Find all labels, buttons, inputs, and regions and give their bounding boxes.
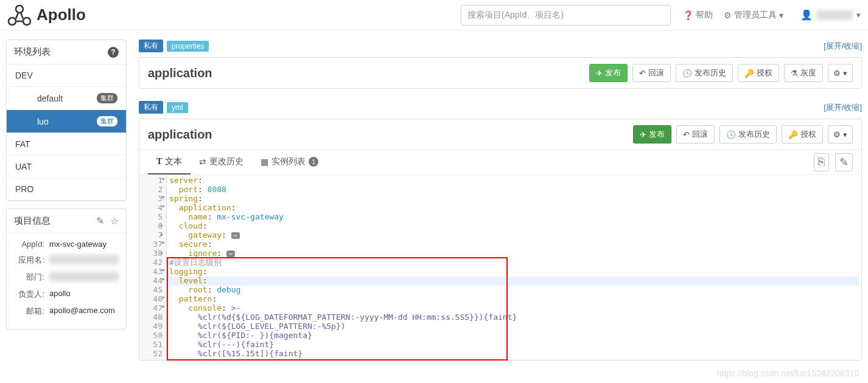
fold-icon[interactable] bbox=[161, 205, 165, 208]
fold-icon[interactable] bbox=[161, 306, 165, 308]
line-number: 1 bbox=[139, 176, 163, 185]
line-number: 37 bbox=[139, 240, 163, 249]
tag-type: yml bbox=[167, 102, 188, 113]
admin-tools-link[interactable]: ⚙ 管理员工具 ▾ bbox=[724, 10, 783, 21]
rollback-button[interactable]: ↶回滚 bbox=[632, 64, 671, 82]
key-icon: 🔑 bbox=[744, 69, 754, 78]
apollo-icon bbox=[7, 4, 32, 26]
fold-icon[interactable] bbox=[161, 269, 165, 272]
cluster-badge: 集群 bbox=[97, 116, 117, 126]
help-link[interactable]: ❓ 帮助 bbox=[683, 10, 713, 21]
tag-private: 私有 bbox=[139, 101, 163, 114]
folded-marker[interactable]: ⋯ bbox=[231, 232, 240, 240]
appid-label: AppId: bbox=[14, 240, 44, 249]
code-line[interactable]: name: mx-svc-gateway bbox=[169, 213, 859, 222]
fold-icon[interactable] bbox=[161, 196, 165, 199]
env-item-dev[interactable]: DEV bbox=[7, 64, 126, 87]
fold-icon[interactable] bbox=[161, 233, 165, 236]
auth-button[interactable]: 🔑授权 bbox=[738, 64, 779, 82]
publish-button[interactable]: ✈发布 bbox=[633, 125, 671, 143]
copy-icon[interactable]: ⎘ bbox=[814, 153, 829, 171]
code-line[interactable]: pattern: bbox=[169, 295, 859, 304]
fold-icon[interactable] bbox=[161, 297, 165, 299]
svg-point-0 bbox=[9, 18, 16, 25]
env-item-luo[interactable]: luo集群 bbox=[7, 110, 126, 133]
env-label: FAT bbox=[15, 139, 30, 149]
tab-text[interactable]: T文本 bbox=[148, 150, 191, 174]
settings-button[interactable]: ⚙▾ bbox=[828, 64, 853, 82]
env-label: PRO bbox=[15, 184, 33, 194]
chevron-down-icon: ▾ bbox=[843, 69, 847, 78]
tab-history[interactable]: ⇄更改历史 bbox=[191, 150, 252, 174]
list-icon: ▦ bbox=[261, 157, 268, 167]
code-line[interactable]: %clr(%d{${LOG_DATEFORMAT_PATTERN:-yyyy-M… bbox=[169, 313, 859, 322]
project-info-panel: 项目信息 ✎ ☆ AppId:mx-svc-gateway 应用名: 部门: 负… bbox=[6, 209, 127, 330]
namespace-properties: 私有 properties [展开/收缩] application ✈发布 ↶回… bbox=[139, 40, 862, 89]
code-line[interactable]: logging: bbox=[169, 267, 859, 277]
code-line[interactable]: port: 8088 bbox=[169, 185, 859, 195]
env-item-pro[interactable]: PRO bbox=[7, 178, 126, 201]
line-number: 42 bbox=[139, 258, 163, 267]
code-line[interactable]: %clr(${PID:- }){magenta} bbox=[169, 331, 859, 340]
publish-button[interactable]: ✈发布 bbox=[589, 64, 628, 82]
tab-instances[interactable]: ▦实例列表1 bbox=[252, 150, 327, 174]
send-icon: ✈ bbox=[596, 69, 603, 78]
code-line[interactable]: ignore: ⋯ bbox=[169, 249, 859, 258]
code-line[interactable]: spring: bbox=[169, 195, 859, 204]
chevron-down-icon: ▾ bbox=[856, 10, 861, 19]
line-number: 47 bbox=[139, 304, 163, 313]
history-icon: 🕓 bbox=[726, 130, 736, 139]
history-button[interactable]: 🕓发布历史 bbox=[676, 64, 733, 82]
cluster-badge: 集群 bbox=[97, 93, 117, 103]
help-icon[interactable]: ? bbox=[108, 47, 119, 58]
history-button[interactable]: 🕓发布历史 bbox=[719, 125, 777, 143]
code-line[interactable]: #设置日志级别 bbox=[169, 258, 859, 267]
fold-icon[interactable] bbox=[161, 278, 165, 281]
watermark: https://blog.csdn.net/luo15242208310 bbox=[716, 368, 859, 378]
settings-button[interactable]: ⚙▾ bbox=[828, 125, 853, 143]
code-line[interactable]: secure: bbox=[169, 240, 859, 249]
code-line[interactable]: level: bbox=[169, 277, 859, 286]
dept-label: 部门: bbox=[14, 272, 44, 283]
namespace-title: application bbox=[148, 128, 212, 142]
code-line[interactable]: server: bbox=[169, 176, 859, 185]
search-input[interactable]: 搜索项目(AppId、项目名) bbox=[461, 5, 671, 26]
yaml-editor[interactable]: 123456737384243444546474849505152 server… bbox=[139, 175, 861, 360]
folded-marker[interactable]: ⋯ bbox=[226, 250, 235, 258]
edit-icon[interactable]: ✎ bbox=[835, 153, 853, 171]
code-line[interactable]: root: debug bbox=[169, 286, 859, 295]
code-line[interactable]: %clr([%15.15t]){faint} bbox=[169, 350, 859, 359]
code-line[interactable]: %clr(${LOG_LEVEL_PATTERN:-%5p}) bbox=[169, 322, 859, 331]
expand-toggle[interactable]: [展开/收缩] bbox=[824, 102, 862, 113]
fold-icon[interactable] bbox=[161, 251, 165, 255]
code-line[interactable]: gateway: ⋯ bbox=[169, 231, 859, 240]
env-item-fat[interactable]: FAT bbox=[7, 133, 126, 156]
code-line[interactable]: console: >- bbox=[169, 304, 859, 313]
fold-icon[interactable] bbox=[161, 178, 165, 181]
env-item-default[interactable]: default集群 bbox=[7, 87, 126, 110]
history-icon: 🕓 bbox=[682, 69, 692, 78]
gear-icon: ⚙ bbox=[833, 130, 841, 139]
edit-icon[interactable]: ✎ bbox=[96, 215, 104, 227]
rollback-button[interactable]: ↶回滚 bbox=[676, 125, 715, 143]
send-icon: ✈ bbox=[640, 130, 646, 139]
user-menu[interactable]: 👤 ▾ bbox=[800, 9, 861, 21]
code-line[interactable]: cloud: bbox=[169, 222, 859, 231]
email-value: apollo@acme.com bbox=[49, 306, 119, 317]
fold-icon[interactable] bbox=[161, 224, 165, 227]
code-line[interactable]: application: bbox=[169, 204, 859, 213]
info-panel-title: 项目信息 bbox=[14, 215, 51, 227]
logo[interactable]: Apollo bbox=[7, 4, 86, 26]
env-item-uat[interactable]: UAT bbox=[7, 156, 126, 178]
code-line[interactable]: %clr(---){faint} bbox=[169, 340, 859, 350]
auth-button[interactable]: 🔑授权 bbox=[782, 125, 823, 143]
undo-icon: ↶ bbox=[639, 69, 646, 78]
gray-button[interactable]: ⚗灰度 bbox=[784, 64, 823, 82]
email-label: 邮箱: bbox=[14, 306, 44, 317]
flask-icon: ⚗ bbox=[791, 69, 798, 78]
fold-icon[interactable] bbox=[161, 242, 165, 244]
undo-icon: ↶ bbox=[683, 130, 690, 139]
dept-value bbox=[49, 272, 119, 281]
star-icon[interactable]: ☆ bbox=[110, 215, 119, 227]
expand-toggle[interactable]: [展开/收缩] bbox=[824, 41, 862, 52]
